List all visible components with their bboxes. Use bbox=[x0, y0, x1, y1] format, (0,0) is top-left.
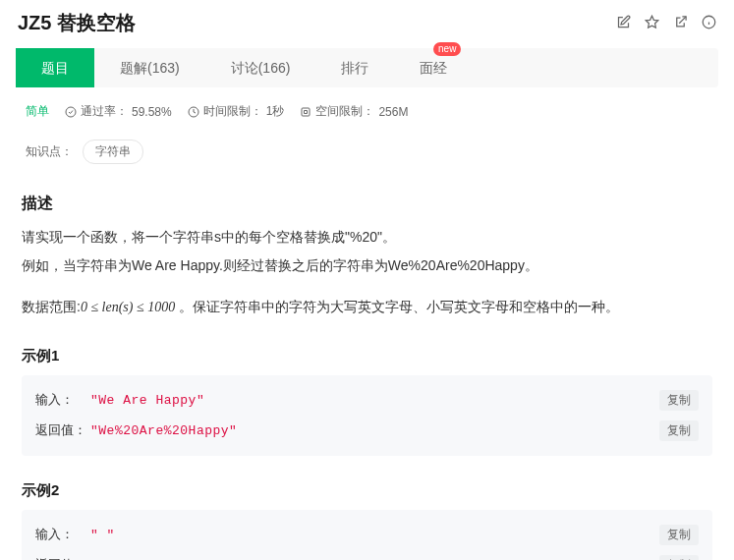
example1-return-row: 返回值： "We%20Are%20Happy" 复制 bbox=[35, 416, 699, 446]
pass-label: 通过率： bbox=[81, 103, 128, 120]
check-circle-icon bbox=[65, 106, 77, 118]
tab-interview[interactable]: 面经 new bbox=[394, 48, 473, 87]
example2-box: 输入： " " 复制 返回值： "%20" 复制 bbox=[22, 510, 712, 560]
time-value: 1秒 bbox=[266, 103, 285, 120]
star-icon[interactable] bbox=[645, 15, 659, 32]
content: 描述 请实现一个函数，将一个字符串s中的每个空格替换成"%20"。 例如，当字符… bbox=[0, 176, 734, 560]
info-icon[interactable] bbox=[702, 15, 716, 32]
example-return-value: "We%20Are%20Happy" bbox=[90, 423, 659, 438]
tab-problem[interactable]: 题目 bbox=[16, 48, 94, 87]
tabs: 题目 题解(163) 讨论(166) 排行 面经 new bbox=[16, 48, 718, 87]
example-input-value: " " bbox=[90, 528, 659, 542]
example1-box: 输入： "We Are Happy" 复制 返回值： "We%20Are%20H… bbox=[22, 375, 712, 456]
memory-icon bbox=[300, 106, 311, 118]
tabs-container: 题目 题解(163) 讨论(166) 排行 面经 new bbox=[16, 48, 718, 87]
desc-p3-math: 0 ≤ len(s) ≤ 1000 bbox=[81, 300, 175, 314]
desc-body: 请实现一个函数，将一个字符串s中的每个空格替换成"%20"。 例如，当字符串为W… bbox=[22, 224, 712, 321]
tags-label: 知识点： bbox=[26, 143, 73, 160]
example-input-label: 输入： bbox=[35, 391, 90, 409]
header-actions bbox=[616, 15, 716, 32]
edit-icon[interactable] bbox=[616, 15, 631, 32]
example-input-value: "We Are Happy" bbox=[90, 393, 659, 408]
svg-rect-6 bbox=[302, 108, 310, 116]
example2-return-row: 返回值： "%20" 复制 bbox=[35, 550, 699, 560]
time-limit: 时间限制：1秒 bbox=[188, 103, 285, 120]
desc-p2: 例如，当字符串为We Are Happy.则经过替换之后的字符串为We%20Ar… bbox=[22, 252, 712, 279]
space-limit: 空间限制：256M bbox=[300, 103, 408, 120]
desc-p1: 请实现一个函数，将一个字符串s中的每个空格替换成"%20"。 bbox=[22, 224, 712, 251]
example2-title: 示例2 bbox=[22, 481, 712, 500]
example-return-label: 返回值： bbox=[35, 556, 90, 560]
example-return-label: 返回值： bbox=[35, 421, 90, 439]
copy-button[interactable]: 复制 bbox=[659, 555, 699, 560]
pass-value: 59.58% bbox=[132, 105, 172, 119]
time-label: 时间限制： bbox=[203, 103, 262, 120]
new-badge: new bbox=[433, 42, 461, 56]
svg-point-4 bbox=[66, 107, 76, 117]
tags-row: 知识点： 字符串 bbox=[0, 130, 734, 176]
tab-solutions[interactable]: 题解(163) bbox=[94, 48, 205, 87]
tab-discuss[interactable]: 讨论(166) bbox=[205, 48, 316, 87]
space-value: 256M bbox=[378, 105, 408, 119]
copy-button[interactable]: 复制 bbox=[659, 390, 699, 411]
desc-p3-prefix: 数据范围: bbox=[22, 299, 81, 314]
pass-rate: 通过率：59.58% bbox=[65, 103, 172, 120]
example1-title: 示例1 bbox=[22, 347, 712, 365]
space-label: 空间限制： bbox=[315, 103, 374, 120]
copy-button[interactable]: 复制 bbox=[659, 525, 699, 545]
meta-row: 简单 通过率：59.58% 时间限制：1秒 空间限制：256M bbox=[0, 87, 734, 130]
desc-p3-suffix: 。保证字符串中的字符为大写英文字母、小写英文字母和空格中的一种。 bbox=[175, 299, 619, 314]
desc-p3: 数据范围:0 ≤ len(s) ≤ 1000 。保证字符串中的字符为大写英文字母… bbox=[22, 294, 712, 321]
difficulty-label: 简单 bbox=[26, 103, 49, 120]
svg-marker-0 bbox=[646, 16, 658, 28]
copy-button[interactable]: 复制 bbox=[659, 420, 699, 441]
page-title: JZ5 替换空格 bbox=[18, 10, 136, 36]
example1-input-row: 输入： "We Are Happy" 复制 bbox=[35, 385, 699, 416]
share-icon[interactable] bbox=[673, 15, 688, 32]
example-input-label: 输入： bbox=[35, 526, 90, 543]
tab-ranking[interactable]: 排行 bbox=[315, 48, 394, 87]
page-header: JZ5 替换空格 bbox=[0, 0, 734, 44]
clock-icon bbox=[188, 106, 199, 118]
desc-heading: 描述 bbox=[22, 194, 712, 214]
tag-item[interactable]: 字符串 bbox=[83, 140, 143, 164]
example2-input-row: 输入： " " 复制 bbox=[35, 520, 699, 550]
